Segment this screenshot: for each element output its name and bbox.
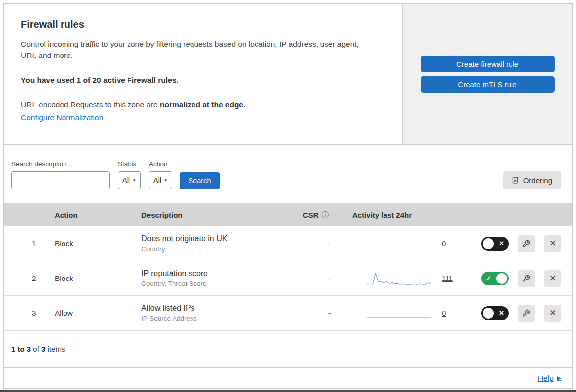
rule-action: Allow — [49, 309, 135, 318]
rule-description: Does not originate in UK — [141, 234, 297, 243]
rule-activity-cell: 0 — [346, 235, 465, 252]
rule-controls: ✓ ✕ — [465, 270, 572, 287]
delete-rule-button[interactable]: ✕ — [544, 235, 561, 252]
info-icon[interactable]: ⓘ — [322, 211, 329, 220]
description-column-header: Description — [135, 211, 297, 219]
toggle-state-icon: ✓ — [486, 272, 491, 285]
pagination-summary: 1 to 3 of 3 items — [4, 331, 572, 368]
window-bottom-edge — [0, 390, 576, 392]
status-dropdown[interactable]: All▼ — [118, 171, 141, 189]
action-dropdown[interactable]: All▼ — [149, 171, 172, 189]
wrench-icon — [522, 275, 530, 282]
edit-rule-button[interactable] — [518, 235, 535, 252]
close-icon: ✕ — [549, 238, 556, 249]
edit-rule-button[interactable] — [518, 305, 535, 322]
status-dropdown-value: All — [122, 176, 130, 184]
table-row: 2 Block IP reputation score Country, Thr… — [4, 261, 572, 296]
firewall-rules-page: Firewall rules Control incoming traffic … — [3, 3, 573, 389]
activity-sparkline-empty — [367, 248, 431, 248]
header-actions-panel: Create firewall rule Create mTLS rule — [403, 4, 572, 144]
ordering-list-icon — [512, 176, 519, 184]
status-label: Status — [118, 160, 141, 168]
page-header: Firewall rules Control incoming traffic … — [4, 4, 572, 145]
rule-action: Block — [49, 239, 135, 248]
rule-priority: 1 — [4, 239, 49, 248]
action-column-header: Action — [49, 211, 135, 219]
normalization-prefix: URL-encoded Requests to this zone are — [21, 100, 160, 109]
rule-action: Block — [49, 274, 135, 283]
edit-rule-button[interactable] — [518, 270, 535, 287]
rule-description: IP reputation score — [141, 269, 297, 278]
arrow-right-icon: ▶ — [557, 375, 561, 381]
toggle-knob — [483, 238, 494, 249]
wrench-icon — [522, 240, 530, 248]
close-icon: ✕ — [549, 273, 556, 283]
items-label: items — [45, 345, 65, 353]
activity-column-header: Activity last 24hr — [346, 211, 465, 219]
rule-priority: 3 — [4, 309, 49, 317]
create-firewall-rule-button[interactable]: Create firewall rule — [421, 56, 555, 72]
ordering-button[interactable]: Ordering — [503, 171, 561, 189]
rule-activity-cell: 0 — [346, 305, 465, 322]
filter-bar: Search description... Status All▼ Action… — [4, 145, 572, 203]
activity-sparkline-empty — [367, 317, 431, 318]
delete-rule-button[interactable]: ✕ — [544, 270, 561, 287]
create-mtls-rule-button[interactable]: Create mTLS rule — [421, 76, 555, 93]
normalization-text: URL-encoded Requests to this zone are no… — [21, 100, 383, 109]
rule-controls: ✕ ✕ — [465, 305, 572, 322]
activity-count-link[interactable]: 111 — [442, 274, 453, 282]
search-button[interactable]: Search — [180, 172, 220, 189]
toggle-state-icon: ✕ — [499, 237, 504, 251]
rule-enabled-toggle[interactable]: ✕ — [481, 237, 509, 251]
table-header-row: Action Description CSRⓘ Activity last 24… — [4, 203, 572, 226]
page-title: Firewall rules — [21, 19, 383, 30]
rule-enabled-toggle[interactable]: ✓ — [481, 272, 509, 285]
rule-controls: ✕ ✕ — [465, 235, 572, 252]
rule-activity-cell: 111 — [346, 270, 465, 287]
rule-csr-value: - — [297, 309, 346, 317]
action-dropdown-value: All — [153, 176, 161, 184]
search-description-input[interactable] — [21, 176, 111, 184]
rule-fields: IP Source Address — [141, 315, 297, 322]
activity-count-link[interactable]: 0 — [442, 309, 446, 317]
rule-csr-value: - — [297, 239, 346, 248]
items-of-text: of — [31, 345, 41, 353]
rule-csr-value: - — [297, 274, 346, 282]
table-row: 1 Block Does not originate in UK Country… — [4, 226, 572, 261]
search-box — [11, 171, 110, 189]
status-filter: Status All▼ — [118, 160, 141, 189]
search-label: Search description... — [11, 160, 110, 168]
rule-enabled-toggle[interactable]: ✕ — [481, 306, 509, 320]
chevron-down-icon: ▼ — [132, 178, 136, 183]
header-text-card: Firewall rules Control incoming traffic … — [4, 4, 403, 144]
rule-fields: Country — [141, 245, 297, 253]
csr-column-header: CSRⓘ — [297, 211, 346, 220]
page-description: Control incoming traffic to your zone by… — [21, 38, 376, 61]
rule-fields: Country, Threat Score — [141, 280, 297, 287]
action-label: Action — [149, 160, 172, 168]
csr-header-label: CSR — [303, 211, 319, 219]
activity-count-link[interactable]: 0 — [442, 239, 446, 248]
help-link[interactable]: Help▶ — [538, 374, 561, 383]
activity-sparkline-area — [367, 305, 431, 322]
rule-priority: 2 — [4, 274, 49, 282]
rule-description-cell: Does not originate in UK Country — [135, 234, 297, 253]
wrench-icon — [522, 309, 530, 317]
table-row: 3 Allow Allow listed IPs IP Source Addre… — [4, 296, 572, 331]
delete-rule-button[interactable]: ✕ — [544, 305, 561, 322]
configure-normalization-link[interactable]: Configure Normalization — [21, 113, 103, 122]
usage-summary: You have used 1 of 20 active Firewall ru… — [21, 76, 383, 85]
activity-sparkline-area — [367, 270, 431, 287]
help-bar: Help▶ — [4, 368, 572, 388]
items-range: 1 to 3 — [11, 345, 31, 353]
rule-description-cell: Allow listed IPs IP Source Address — [135, 304, 297, 322]
rule-description: Allow listed IPs — [141, 304, 297, 313]
activity-sparkline-area — [367, 235, 431, 252]
normalization-bold: normalized at the edge. — [160, 100, 245, 109]
activity-sparkline — [367, 270, 431, 287]
search-filter: Search description... — [11, 160, 110, 189]
toggle-state-icon: ✕ — [499, 306, 504, 320]
toggle-knob — [483, 308, 494, 319]
close-icon: ✕ — [549, 308, 556, 318]
chevron-down-icon: ▼ — [164, 178, 168, 183]
